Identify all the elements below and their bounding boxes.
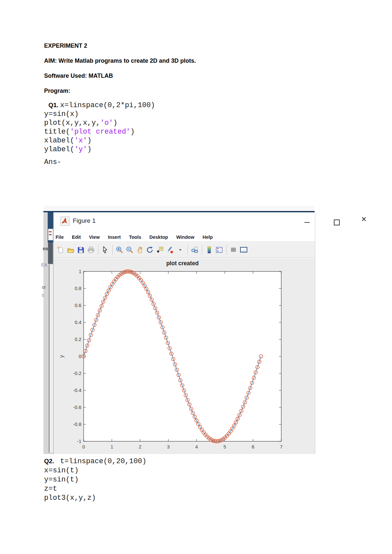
cursor-icon[interactable]: [101, 246, 109, 254]
svg-text:4: 4: [195, 444, 198, 449]
figure-titlebar[interactable]: Figure 1 ×: [54, 212, 315, 233]
close-button[interactable]: ×: [361, 214, 367, 224]
code-text: Q2.: [44, 458, 56, 464]
dropdown-caret-icon[interactable]: [176, 246, 185, 254]
svg-text:-0.6: -0.6: [73, 405, 81, 410]
figure-menubar: FileEditViewInsertToolsDesktopWindowHelp: [54, 233, 315, 242]
code-text: z=t: [44, 485, 57, 493]
pan-hand-icon[interactable]: [136, 246, 144, 254]
sine-plot-chart: plot created0123456710.80.60.40.20-0.2-0…: [54, 259, 315, 455]
figure-window-title: Figure 1: [73, 217, 96, 224]
desktop-edge-light: [50, 265, 53, 452]
svg-text:plot created: plot created: [166, 260, 199, 267]
code-text: ): [87, 137, 91, 145]
code-text: Q1.: [48, 102, 60, 108]
svg-text:0.2: 0.2: [75, 337, 81, 342]
menu-edit[interactable]: Edit: [72, 235, 81, 240]
maximize-button[interactable]: [334, 220, 340, 225]
code-text: x=sin(t): [44, 466, 79, 475]
hide-plot-tools-icon[interactable]: [229, 246, 238, 254]
code-line: plot(x,y,x,y,'o'): [44, 119, 155, 127]
svg-text:1: 1: [110, 444, 113, 449]
menu-help[interactable]: Help: [203, 235, 213, 240]
screenshot-top-band: [43, 206, 315, 211]
svg-text:0: 0: [79, 354, 81, 359]
svg-text:-0.4: -0.4: [73, 388, 81, 393]
brush-icon[interactable]: [166, 246, 174, 254]
code-string: 'x': [74, 137, 87, 145]
menu-view[interactable]: View: [89, 235, 100, 240]
code-text: [44, 101, 48, 109]
menu-desktop[interactable]: Desktop: [149, 235, 168, 240]
code-text: plot3(x,y,z): [44, 494, 96, 502]
code-line: Q1. x=linspace(0,2*pi,100): [44, 101, 155, 110]
toolbar-separator: [188, 245, 188, 255]
code-string: 'o': [100, 119, 113, 127]
desktop-mini-icon: [48, 229, 53, 240]
menu-tools[interactable]: Tools: [129, 235, 141, 240]
toolbar-separator: [112, 245, 113, 255]
code-line: xlabel('x'): [44, 136, 155, 145]
code-text: x=linspace(0,2*pi,100): [60, 101, 155, 109]
new-document-icon[interactable]: [56, 246, 65, 254]
document-page: EXPERIMENT 2 AIM: Write Matlab programs …: [0, 0, 392, 554]
print-icon[interactable]: [87, 246, 95, 254]
save-icon[interactable]: [76, 246, 85, 254]
svg-text:0.6: 0.6: [75, 303, 81, 308]
minimize-button[interactable]: [304, 222, 310, 223]
code-line: Q2. t=linspace(0,20,100): [44, 457, 146, 466]
link-plots-icon[interactable]: [190, 246, 199, 254]
code-text: t=linspace(0,20,100): [56, 457, 146, 465]
svg-text:5: 5: [223, 444, 226, 449]
toolbar-separator: [98, 245, 98, 255]
code-text: title(: [44, 128, 70, 136]
code-string: 'y': [74, 145, 87, 154]
code-text: y=sin(t): [44, 476, 79, 484]
plot-panel: plot created0123456710.80.60.40.20-0.2-0…: [54, 259, 315, 454]
colorbar-icon[interactable]: [205, 246, 213, 254]
desktop-fragment: ti: [42, 293, 44, 298]
desktop-fragment: or: [42, 285, 46, 290]
svg-text:-0.8: -0.8: [73, 422, 81, 427]
toolbar-separator: [202, 245, 202, 255]
code-line: ylabel('y'): [44, 145, 155, 154]
menu-file[interactable]: File: [56, 235, 64, 240]
svg-text:-0.2: -0.2: [73, 371, 81, 376]
svg-text:3: 3: [167, 444, 170, 449]
code-line: y=sin(t): [44, 475, 146, 484]
show-plot-tools-icon[interactable]: [239, 246, 248, 254]
desktop-fragment: EA: [41, 262, 47, 268]
svg-text:0: 0: [82, 444, 85, 449]
svg-text:y: y: [59, 355, 64, 358]
ans-label: Ans-: [44, 158, 61, 167]
legend-icon[interactable]: [215, 246, 223, 254]
menu-window[interactable]: Window: [176, 235, 194, 240]
code-line: title('plot created'): [44, 127, 155, 136]
toolbar-separator: [226, 245, 227, 255]
code-text: ): [130, 128, 135, 136]
zoom-out-icon[interactable]: [125, 246, 134, 254]
code-text: y=sin(x): [44, 110, 79, 118]
code-line: y=sin(x): [44, 110, 155, 119]
matlab-figure-window: Figure 1 × FileEditViewInsertToolsDeskto…: [53, 212, 315, 454]
code-line: x=sin(t): [44, 466, 146, 475]
svg-text:0.8: 0.8: [75, 286, 81, 291]
code-text: ): [113, 119, 117, 127]
code-text: xlabel(: [44, 137, 74, 145]
code-line: plot3(x,y,z): [44, 494, 146, 503]
svg-text:1: 1: [79, 269, 81, 274]
code-line: z=t: [44, 484, 146, 494]
code-text: ylabel(: [44, 145, 74, 154]
program-label: Program:: [44, 88, 70, 94]
rotate-3d-icon[interactable]: [146, 246, 154, 254]
open-folder-icon[interactable]: [66, 246, 75, 254]
zoom-in-icon[interactable]: [115, 246, 124, 254]
menu-insert[interactable]: Insert: [108, 235, 121, 240]
data-cursor-icon[interactable]: [156, 246, 164, 254]
svg-text:6: 6: [252, 444, 254, 449]
figure-toolbar: [54, 242, 315, 258]
code-string: 'plot created': [70, 128, 130, 136]
experiment-heading: EXPERIMENT 2: [44, 42, 87, 49]
svg-text:0.4: 0.4: [75, 320, 81, 325]
aim-line: AIM: Write Matlab programs to create 2D …: [44, 57, 196, 64]
